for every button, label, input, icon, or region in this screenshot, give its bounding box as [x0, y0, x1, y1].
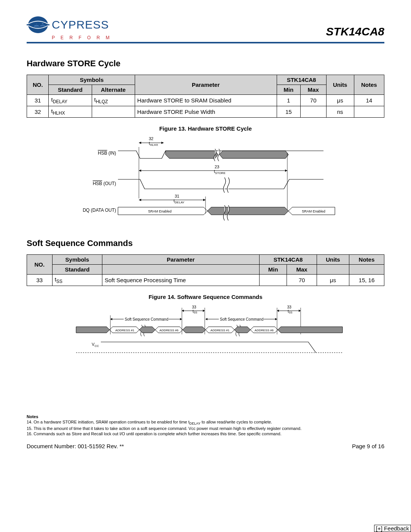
page-number: Page 9 of 16 [352, 443, 384, 449]
cell-max: 70 [300, 95, 326, 106]
cell-min: 1 [277, 95, 300, 106]
th-notes: Notes [354, 75, 384, 95]
svg-text:VCC: VCC [92, 342, 99, 348]
svg-text:tSS: tSS [193, 309, 197, 314]
svg-text:ADDRESS #6: ADDRESS #6 [159, 329, 178, 332]
th-max: Max [287, 265, 317, 275]
svg-text:DQ (DATA OUT): DQ (DATA OUT) [83, 208, 116, 213]
cell-units: μs [326, 95, 354, 106]
cell-max: 70 [287, 275, 317, 286]
svg-text:HSB  (IN): HSB (IN) [98, 150, 116, 156]
cell-alt: tHLQZ [92, 95, 135, 106]
svg-text:tHLHX: tHLHX [149, 141, 158, 147]
figure-caption-14: Figure 14. Software Sequence Commands [27, 294, 384, 300]
logo: CYPRESS P E R F O R M [27, 15, 112, 40]
svg-text:tDELAY: tDELAY [174, 198, 185, 204]
figure-14-timing-diagram: 33 tSS 33 tSS Soft Sequence Command Soft… [61, 304, 350, 361]
th-no: NO. [27, 255, 53, 275]
cell-units: μs [317, 275, 349, 286]
cell-notes: 14 [354, 95, 384, 106]
th-units: Units [317, 255, 349, 265]
cell-param: Soft Sequence Processing Time [102, 275, 260, 286]
table-row: 31 tDELAY tHLQZ Hardware STORE to SRAM D… [27, 95, 384, 106]
svg-text:ADDRESS #1: ADDRESS #1 [115, 329, 134, 332]
svg-text:33: 33 [287, 305, 292, 309]
svg-text:tSS: tSS [288, 309, 292, 314]
svg-text:33: 33 [192, 305, 196, 309]
cell-units: ns [326, 106, 354, 118]
svg-text:ADDRESS #6: ADDRESS #6 [255, 329, 274, 332]
cell-std: tHLHX [49, 106, 92, 118]
note-14: 14. On a hardware STORE initiation, SRAM… [27, 420, 384, 425]
th-notes: Notes [349, 255, 384, 265]
th-standard: Standard [49, 85, 92, 95]
svg-text:SRAM Enabled: SRAM Enabled [148, 209, 172, 213]
th-symbols: Symbols [49, 75, 135, 85]
svg-text:32: 32 [149, 136, 153, 141]
th-alternate: Alternate [92, 85, 135, 95]
table-row: 33 tSS Soft Sequence Processing Time 70 … [27, 275, 384, 286]
logo-text: CYPRESS [52, 18, 109, 31]
table-row: 32 tHLHX Hardware STORE Pulse Width 15 n… [27, 106, 384, 118]
cell-no: 31 [27, 95, 49, 106]
soft-sequence-table: NO. Symbols Parameter STK14CA8 Units Not… [27, 254, 384, 286]
page-footer: Document Number: 001-51592 Rev. ** Page … [27, 443, 384, 449]
th-units: Units [326, 75, 354, 95]
th-standard: Standard [52, 265, 102, 275]
svg-text:31: 31 [175, 194, 179, 198]
cell-param: Hardware STORE Pulse Width [135, 106, 277, 118]
cell-std: tDELAY [49, 95, 92, 106]
part-number: STK14CA8 [326, 25, 384, 38]
note-16: 16. Commands such as Store and Recall lo… [27, 431, 384, 436]
cypress-globe-icon [27, 15, 49, 34]
cell-min [260, 275, 287, 286]
cell-std: tSS [52, 275, 102, 286]
figure-caption-13: Figure 13. Hardware STORE Cycle [27, 125, 384, 132]
th-parameter: Parameter [102, 255, 260, 265]
cell-no: 33 [27, 275, 53, 286]
th-blank2 [317, 265, 349, 275]
page-header: CYPRESS P E R F O R M STK14CA8 [27, 15, 384, 43]
svg-text:tSTORE: tSTORE [214, 169, 225, 175]
svg-text:ADDRESS #1: ADDRESS #1 [210, 329, 229, 332]
figure-13-timing-diagram: 32 tHLHX HSB (IN) 23 tSTORE HSB (OUT) 31… [72, 136, 339, 223]
cell-no: 32 [27, 106, 49, 118]
cell-notes [354, 106, 384, 118]
cell-alt [92, 106, 135, 118]
cell-min: 15 [277, 106, 300, 118]
svg-text:SRAM  Enabled: SRAM Enabled [302, 209, 325, 213]
th-parameter: Parameter [135, 75, 277, 95]
th-max: Max [300, 85, 326, 95]
th-symbols: Symbols [52, 255, 102, 265]
cell-notes: 15, 16 [349, 275, 384, 286]
th-min: Min [277, 85, 300, 95]
th-device: STK14CA8 [277, 75, 326, 85]
svg-text:23: 23 [215, 165, 219, 169]
section-title-hardware-store: Hardware STORE Cycle [27, 59, 384, 69]
cell-param: Hardware STORE to SRAM Disabled [135, 95, 277, 106]
hardware-store-table: NO. Symbols Parameter STK14CA8 Units Not… [27, 75, 384, 118]
doc-number: Document Number: 001-51592 Rev. ** [27, 443, 124, 449]
th-device: STK14CA8 [260, 255, 317, 265]
svg-text:Soft Sequence Command: Soft Sequence Command [220, 317, 264, 321]
th-blank [102, 265, 260, 275]
notes-section: Notes 14. On a hardware STORE initiation… [27, 414, 384, 436]
th-blank3 [349, 265, 384, 275]
logo-subtitle: P E R F O R M [52, 35, 112, 40]
th-no: NO. [27, 75, 49, 95]
notes-header: Notes [27, 414, 38, 419]
note-15: 15. This is the amount of time that it t… [27, 426, 384, 431]
svg-text:Soft Sequence Command: Soft Sequence Command [125, 317, 169, 321]
cell-max [300, 106, 326, 118]
th-min: Min [260, 265, 287, 275]
section-title-soft-sequence: Soft Sequence Commands [27, 238, 384, 248]
svg-text:HSB (OUT): HSB (OUT) [93, 181, 116, 186]
